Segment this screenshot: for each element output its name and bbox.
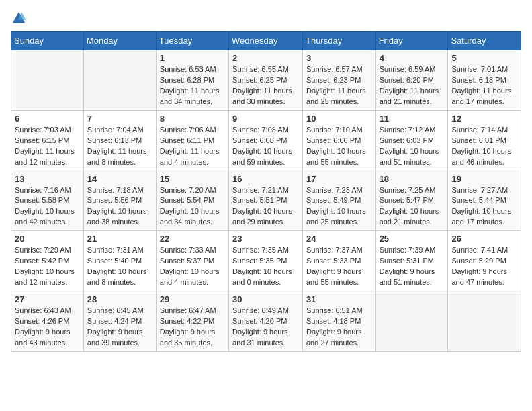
calendar-cell bbox=[375, 291, 448, 352]
day-number: 15 bbox=[160, 174, 225, 184]
calendar-cell: 4Sunrise: 6:59 AMSunset: 6:20 PMDaylight… bbox=[375, 50, 448, 111]
logo-icon bbox=[11, 11, 26, 26]
calendar-cell: 5Sunrise: 7:01 AMSunset: 6:18 PMDaylight… bbox=[448, 50, 521, 111]
calendar-cell: 29Sunrise: 6:47 AMSunset: 4:22 PMDayligh… bbox=[156, 291, 228, 352]
weekday-header-wednesday: Wednesday bbox=[229, 32, 303, 50]
calendar-cell: 3Sunrise: 6:57 AMSunset: 6:23 PMDaylight… bbox=[302, 50, 375, 111]
calendar-cell: 28Sunrise: 6:45 AMSunset: 4:24 PMDayligh… bbox=[83, 291, 156, 352]
calendar-cell: 10Sunrise: 7:10 AMSunset: 6:06 PMDayligh… bbox=[302, 110, 375, 171]
weekday-header-saturday: Saturday bbox=[448, 32, 521, 50]
day-number: 23 bbox=[232, 234, 299, 244]
day-number: 18 bbox=[380, 174, 445, 184]
calendar-cell: 7Sunrise: 7:04 AMSunset: 6:13 PMDaylight… bbox=[83, 110, 156, 171]
day-number: 27 bbox=[15, 294, 80, 304]
day-info: Sunrise: 6:55 AMSunset: 6:25 PMDaylight:… bbox=[232, 64, 299, 107]
day-number: 7 bbox=[87, 113, 152, 124]
day-number: 6 bbox=[15, 113, 80, 124]
calendar-cell: 2Sunrise: 6:55 AMSunset: 6:25 PMDaylight… bbox=[229, 50, 303, 111]
calendar-cell: 11Sunrise: 7:12 AMSunset: 6:03 PMDayligh… bbox=[375, 110, 448, 171]
calendar-cell: 12Sunrise: 7:14 AMSunset: 6:01 PMDayligh… bbox=[448, 110, 521, 171]
day-number: 5 bbox=[451, 53, 517, 63]
day-info: Sunrise: 7:37 AMSunset: 5:33 PMDaylight:… bbox=[306, 245, 372, 288]
day-info: Sunrise: 7:08 AMSunset: 6:08 PMDaylight:… bbox=[232, 125, 299, 168]
day-info: Sunrise: 6:43 AMSunset: 4:26 PMDaylight:… bbox=[15, 306, 80, 349]
day-number: 22 bbox=[160, 234, 225, 244]
day-number: 21 bbox=[87, 234, 152, 244]
calendar-cell: 26Sunrise: 7:41 AMSunset: 5:29 PMDayligh… bbox=[448, 231, 521, 291]
day-number: 16 bbox=[232, 174, 299, 184]
calendar-cell: 8Sunrise: 7:06 AMSunset: 6:11 PMDaylight… bbox=[156, 110, 228, 171]
calendar-cell: 22Sunrise: 7:33 AMSunset: 5:37 PMDayligh… bbox=[156, 231, 228, 291]
day-info: Sunrise: 7:03 AMSunset: 6:15 PMDaylight:… bbox=[15, 125, 80, 168]
day-info: Sunrise: 7:27 AMSunset: 5:44 PMDaylight:… bbox=[451, 185, 517, 228]
calendar: SundayMondayTuesdayWednesdayThursdayFrid… bbox=[11, 31, 521, 352]
calendar-cell: 13Sunrise: 7:16 AMSunset: 5:58 PMDayligh… bbox=[11, 171, 84, 231]
day-info: Sunrise: 7:14 AMSunset: 6:01 PMDaylight:… bbox=[451, 125, 517, 168]
day-number: 4 bbox=[380, 53, 445, 63]
day-info: Sunrise: 7:18 AMSunset: 5:56 PMDaylight:… bbox=[87, 185, 152, 228]
weekday-header-tuesday: Tuesday bbox=[156, 32, 228, 50]
calendar-cell: 17Sunrise: 7:23 AMSunset: 5:49 PMDayligh… bbox=[302, 171, 375, 231]
calendar-cell: 14Sunrise: 7:18 AMSunset: 5:56 PMDayligh… bbox=[83, 171, 156, 231]
weekday-header-friday: Friday bbox=[375, 32, 448, 50]
calendar-cell: 20Sunrise: 7:29 AMSunset: 5:42 PMDayligh… bbox=[11, 231, 84, 291]
calendar-cell: 31Sunrise: 6:51 AMSunset: 4:18 PMDayligh… bbox=[302, 291, 375, 352]
day-info: Sunrise: 7:35 AMSunset: 5:35 PMDaylight:… bbox=[232, 245, 299, 288]
day-number: 17 bbox=[306, 174, 372, 184]
calendar-cell: 9Sunrise: 7:08 AMSunset: 6:08 PMDaylight… bbox=[229, 110, 303, 171]
day-info: Sunrise: 7:12 AMSunset: 6:03 PMDaylight:… bbox=[380, 125, 445, 168]
day-info: Sunrise: 7:23 AMSunset: 5:49 PMDaylight:… bbox=[306, 185, 372, 228]
day-info: Sunrise: 6:47 AMSunset: 4:22 PMDaylight:… bbox=[160, 306, 225, 349]
calendar-cell: 18Sunrise: 7:25 AMSunset: 5:47 PMDayligh… bbox=[375, 171, 448, 231]
day-info: Sunrise: 6:57 AMSunset: 6:23 PMDaylight:… bbox=[306, 64, 372, 107]
page-header bbox=[11, 11, 521, 23]
day-number: 26 bbox=[451, 234, 517, 244]
day-number: 2 bbox=[232, 53, 299, 63]
day-number: 29 bbox=[160, 294, 225, 304]
weekday-header-monday: Monday bbox=[83, 32, 156, 50]
calendar-cell: 19Sunrise: 7:27 AMSunset: 5:44 PMDayligh… bbox=[448, 171, 521, 231]
calendar-cell: 6Sunrise: 7:03 AMSunset: 6:15 PMDaylight… bbox=[11, 110, 84, 171]
calendar-cell: 1Sunrise: 6:53 AMSunset: 6:28 PMDaylight… bbox=[156, 50, 228, 111]
day-info: Sunrise: 6:49 AMSunset: 4:20 PMDaylight:… bbox=[232, 306, 299, 349]
day-number: 8 bbox=[160, 113, 225, 124]
calendar-cell bbox=[83, 50, 156, 111]
day-number: 30 bbox=[232, 294, 299, 304]
calendar-cell: 15Sunrise: 7:20 AMSunset: 5:54 PMDayligh… bbox=[156, 171, 228, 231]
day-info: Sunrise: 7:06 AMSunset: 6:11 PMDaylight:… bbox=[160, 125, 225, 168]
day-info: Sunrise: 6:53 AMSunset: 6:28 PMDaylight:… bbox=[160, 64, 225, 107]
day-number: 31 bbox=[306, 294, 372, 304]
day-number: 19 bbox=[451, 174, 517, 184]
calendar-cell: 23Sunrise: 7:35 AMSunset: 5:35 PMDayligh… bbox=[229, 231, 303, 291]
day-info: Sunrise: 7:20 AMSunset: 5:54 PMDaylight:… bbox=[160, 185, 225, 228]
calendar-cell bbox=[448, 291, 521, 352]
day-info: Sunrise: 7:04 AMSunset: 6:13 PMDaylight:… bbox=[87, 125, 152, 168]
calendar-cell: 27Sunrise: 6:43 AMSunset: 4:26 PMDayligh… bbox=[11, 291, 84, 352]
day-info: Sunrise: 7:25 AMSunset: 5:47 PMDaylight:… bbox=[380, 185, 445, 228]
day-number: 11 bbox=[380, 113, 445, 124]
day-info: Sunrise: 7:33 AMSunset: 5:37 PMDaylight:… bbox=[160, 245, 225, 288]
day-number: 9 bbox=[232, 113, 299, 124]
day-number: 13 bbox=[15, 174, 80, 184]
day-info: Sunrise: 7:21 AMSunset: 5:51 PMDaylight:… bbox=[232, 185, 299, 228]
calendar-cell: 30Sunrise: 6:49 AMSunset: 4:20 PMDayligh… bbox=[229, 291, 303, 352]
weekday-header-sunday: Sunday bbox=[11, 32, 84, 50]
calendar-header: SundayMondayTuesdayWednesdayThursdayFrid… bbox=[11, 32, 521, 50]
calendar-cell: 25Sunrise: 7:39 AMSunset: 5:31 PMDayligh… bbox=[375, 231, 448, 291]
logo bbox=[11, 11, 27, 23]
day-info: Sunrise: 7:31 AMSunset: 5:40 PMDaylight:… bbox=[87, 245, 152, 288]
day-info: Sunrise: 7:29 AMSunset: 5:42 PMDaylight:… bbox=[15, 245, 80, 288]
day-number: 24 bbox=[306, 234, 372, 244]
day-number: 12 bbox=[451, 113, 517, 124]
day-info: Sunrise: 6:51 AMSunset: 4:18 PMDaylight:… bbox=[306, 306, 372, 349]
calendar-cell: 24Sunrise: 7:37 AMSunset: 5:33 PMDayligh… bbox=[302, 231, 375, 291]
day-info: Sunrise: 7:10 AMSunset: 6:06 PMDaylight:… bbox=[306, 125, 372, 168]
calendar-cell bbox=[11, 50, 84, 111]
day-info: Sunrise: 7:16 AMSunset: 5:58 PMDaylight:… bbox=[15, 185, 80, 228]
day-info: Sunrise: 6:59 AMSunset: 6:20 PMDaylight:… bbox=[380, 64, 445, 107]
day-number: 14 bbox=[87, 174, 152, 184]
day-number: 28 bbox=[87, 294, 152, 304]
day-number: 20 bbox=[15, 234, 80, 244]
calendar-cell: 21Sunrise: 7:31 AMSunset: 5:40 PMDayligh… bbox=[83, 231, 156, 291]
calendar-cell: 16Sunrise: 7:21 AMSunset: 5:51 PMDayligh… bbox=[229, 171, 303, 231]
